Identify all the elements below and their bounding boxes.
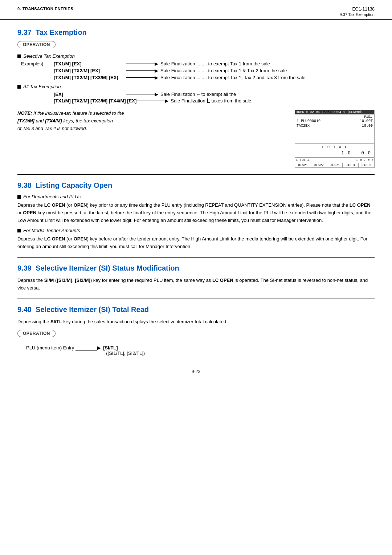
receipt-total-label: T O T A L (297, 145, 373, 149)
operation-badge-940: OPERATION (17, 330, 56, 337)
example-desc-2: Sale Finalization ........ to exempt Tax… (160, 68, 287, 73)
disp1: DISP1 (295, 163, 311, 167)
examples-block: Examples) [TX1/M] [EX] ▶ Sale Finalizati… (21, 61, 375, 80)
flow-result1: [SI/TL] (103, 345, 118, 351)
all-tax-keys-1: [EX] (54, 92, 126, 97)
section-937-title: 9.37 Tax Exemption (17, 28, 375, 37)
media-tender-section: For Media Tender Amounts Depress the LC … (17, 228, 375, 251)
receipt-body: P1S1 1 PLU000010 10.00T TAX2EX 10.00 (295, 114, 374, 143)
all-tax-examples: [EX] ▶ Sale Finalization ⌐ to exempt all… (21, 92, 375, 104)
note-keys2: [TX4/M] (45, 118, 62, 123)
all-tax-desc-1: Sale Finalization (160, 92, 195, 97)
bullet-square (17, 54, 21, 58)
section-940: 9.40 Selective Itemizer (SI) Total Read … (17, 305, 375, 356)
bullet-square-2 (17, 85, 21, 89)
receipt-line2: TAX2EX 10.00 (297, 123, 373, 128)
receipt-line1: 1 PLU000010 10.00T (297, 119, 373, 123)
example-keys-1: [TX1/M] [EX] (54, 61, 126, 66)
all-tax-keys-2: [TX1/M] [TX2/M] [TX3/M] [TX4/M] [EX] (54, 98, 136, 104)
receipt-spacer (297, 128, 373, 143)
plu-flow: PLU (menu item) Entry ▶ [SI/TL] ([SI1/TL… (26, 345, 375, 356)
example-row-3: [TX1/M] [TX2/M] [TX3/M] [EX] ▶ Sale Fina… (21, 75, 375, 80)
disp3: DISP3 (327, 163, 343, 167)
flow-line (75, 351, 97, 351)
dept-plus-section: For Departments and PLUs Depress the LC … (17, 194, 375, 224)
page-content: 9.37 Tax Exemption OPERATION Selective T… (0, 20, 392, 365)
all-tax-arrow-2: ▶ (136, 98, 168, 104)
section-939-title: 9.39 Selective Itemizer (SI) Status Modi… (17, 264, 375, 272)
selective-tax-section: Selective Tax Exemption Examples) [TX1/M… (17, 53, 375, 80)
page-number: 9-23 (192, 369, 200, 374)
receipt-total-amount: 1 0 . 0 0 (297, 151, 373, 156)
section-940-title: 9.40 Selective Itemizer (SI) Total Read (17, 305, 375, 314)
dept-plus-para: Depress the LC OPEN (or OPEN) key prior … (17, 202, 375, 224)
flow-result2: ([SI1/TL], [SI2/TL]) (106, 351, 145, 356)
example-keys-2: [TX1/M] [TX2/M] [EX] (54, 68, 126, 73)
selective-tax-label: Selective Tax Exemption (23, 53, 75, 59)
operation-badge-937: OPERATION (17, 41, 56, 48)
examples-label: Examples) (21, 61, 54, 66)
receipt-disp-row: DISP1 DISP2 DISP3 DISP4 DISP5 (295, 163, 374, 167)
media-tender-header: For Media Tender Amounts (17, 228, 375, 233)
section-938-title: 9.38 Listing Capacity Open (17, 181, 375, 190)
arrow-3: ▶ (126, 75, 158, 80)
receipt-price1: 10.00T (360, 119, 373, 123)
dept-plus-header: For Departments and PLUs (17, 194, 375, 199)
disp4: DISP4 (343, 163, 359, 167)
flow-results: [SI/TL] ([SI1/TL], [SI2/TL]) (103, 345, 145, 356)
section-ref: 9.37 Tax Exemption (340, 12, 375, 17)
all-tax-label: All Tax Exemption (23, 84, 61, 89)
all-tax-arrow-1: ▶ (126, 92, 158, 97)
divider-938-939 (17, 257, 375, 258)
disp2: DISP2 (311, 163, 327, 167)
brace-open: ⌐ (196, 92, 200, 97)
section-940-para: Depressing the SI/TL key during the sale… (17, 318, 375, 326)
receipt-header: ●REG ● 02-06-1999 03:04 1 |CLKend1 (295, 110, 374, 114)
note-keys1: [TX3/M] (17, 118, 34, 123)
example-row-1: Examples) [TX1/M] [EX] ▶ Sale Finalizati… (21, 61, 375, 66)
all-tax-row-2: [TX1/M] [TX2/M] [TX3/M] [TX4/M] [EX] ▶ S… (21, 98, 375, 104)
media-tender-para: Depress the LC OPEN (or OPEN) key before… (17, 235, 375, 251)
all-tax-brace-text1: to exempt all the (201, 92, 236, 97)
flow-arrow-head: ▶ (97, 345, 101, 351)
note-block: NOTE: If the inclusive-tax feature is se… (17, 110, 375, 168)
dept-plus-label: For Departments and PLUs (23, 194, 81, 199)
note-label: NOTE: (17, 110, 32, 116)
note-text: NOTE: If the inclusive-tax feature is se… (17, 110, 287, 132)
example-desc-1: Sale Finalization ........ to exempt Tax… (160, 61, 270, 66)
section-937: 9.37 Tax Exemption OPERATION Selective T… (17, 28, 375, 168)
example-desc-3: Sale Finalization ........ to exempt Tax… (160, 75, 306, 80)
arrow-2: ▶ (126, 68, 158, 73)
all-tax-brace-text2: taxes from the sale (212, 98, 252, 104)
bullet-square-3 (17, 195, 21, 199)
all-tax-desc-2: Sale Finalization (171, 98, 205, 104)
bullet-square-4 (17, 229, 21, 232)
receipt-bottom-line: 1 TOTAL 1 0 . 0 0 (295, 157, 374, 163)
example-row-2: [TX1/M] [TX2/M] [EX] ▶ Sale Finalization… (21, 68, 375, 73)
receipt-box: ●REG ● 02-06-1999 03:04 1 |CLKend1 P1S1 … (295, 110, 375, 168)
media-tender-label: For Media Tender Amounts (23, 228, 80, 233)
all-tax-header: All Tax Exemption (17, 84, 375, 89)
header-section-title: 9. TRANSACTION ENTRIES (17, 7, 73, 11)
doc-number: EO1-11138 (340, 7, 375, 12)
divider-939-940 (17, 299, 375, 299)
plu-flow-label: PLU (menu item) Entry (26, 345, 74, 351)
header-right: EO1-11138 9.37 Tax Exemption (340, 7, 375, 17)
all-tax-row-1: [EX] ▶ Sale Finalization ⌐ to exempt all… (21, 92, 375, 97)
arrow-1: ▶ (126, 61, 158, 66)
selective-tax-header: Selective Tax Exemption (17, 53, 375, 59)
divider-937-938 (17, 174, 375, 175)
all-tax-section: All Tax Exemption [EX] ▶ Sale Finalizati… (17, 84, 375, 104)
receipt-reg: ●REG ● 02-06-1999 03:04 1 |CLKend1 (296, 110, 363, 114)
section-939-para: Depress the SI/M ([SI1/M], [SI2/M]) key … (17, 277, 375, 292)
disp5: DISP5 (359, 163, 374, 167)
receipt-total-area: T O T A L 1 0 . 0 0 (295, 143, 374, 157)
section-939: 9.39 Selective Itemizer (SI) Status Modi… (17, 264, 375, 292)
example-keys-3: [TX1/M] [TX2/M] [TX3/M] [EX] (54, 75, 126, 80)
page-footer: 9-23 (0, 365, 392, 378)
receipt-pisi: P1S1 (297, 115, 373, 119)
operation-section-940: OPERATION (17, 330, 375, 342)
brace-close: L (207, 98, 210, 104)
page-header: 9. TRANSACTION ENTRIES EO1-11138 9.37 Ta… (0, 0, 392, 20)
section-938: 9.38 Listing Capacity Open For Departmen… (17, 181, 375, 251)
